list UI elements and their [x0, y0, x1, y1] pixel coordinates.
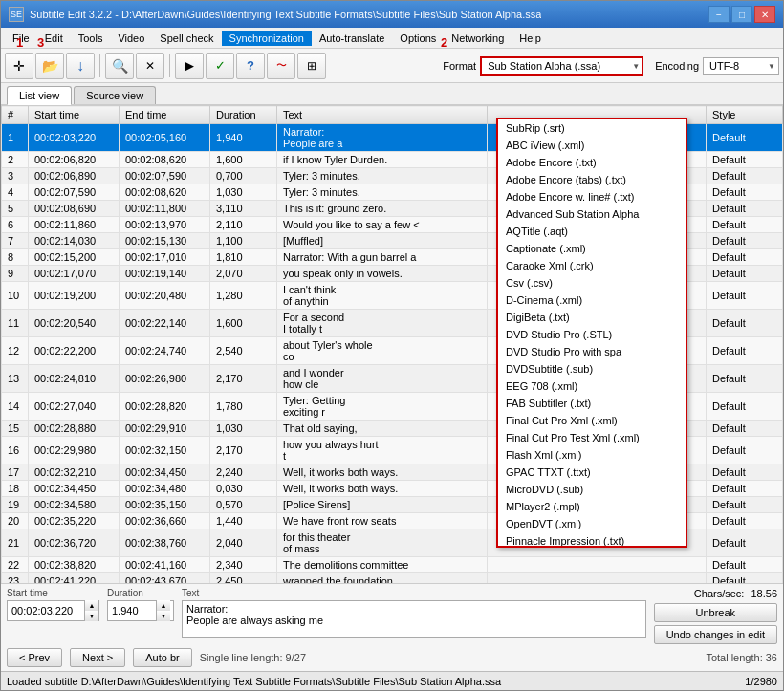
- cell-dur: 1,810: [210, 249, 277, 266]
- menu-help[interactable]: Help: [512, 31, 549, 46]
- cell-text: This is it: ground zero.: [277, 201, 488, 217]
- replace-button[interactable]: ✕: [136, 53, 164, 79]
- cell-dur: 1,280: [210, 282, 277, 310]
- format-select[interactable]: Sub Station Alpha (.ssa) SubRip (.srt) A…: [480, 56, 643, 76]
- dropdown-item[interactable]: Advanced Sub Station Alpha: [498, 205, 686, 223]
- dropdown-item[interactable]: Final Cut Pro Test Xml (.xml): [498, 429, 686, 446]
- cell-num: 18: [2, 481, 29, 497]
- undo-button[interactable]: Undo changes in edit: [654, 625, 777, 644]
- cell-dur: 2,110: [210, 217, 277, 233]
- text-input[interactable]: Narrator: People are always asking me: [182, 600, 646, 638]
- format-label: Format: [443, 60, 476, 72]
- cell-text: Tyler: Gettingexciting r: [277, 393, 488, 421]
- auto-br-button[interactable]: Auto br: [133, 648, 191, 667]
- open-button[interactable]: 📂: [35, 53, 64, 79]
- cell-text: how you always hurtt: [277, 437, 488, 464]
- format-dropdown[interactable]: SubRip (.srt)ABC iView (.xml)Adobe Encor…: [496, 118, 687, 548]
- menu-options[interactable]: Options: [392, 31, 444, 46]
- dropdown-item[interactable]: DVD Studio Pro with spa: [498, 343, 686, 360]
- text-label: Text: [182, 588, 646, 598]
- dropdown-item[interactable]: Pinnacle Impression (.txt): [498, 532, 686, 548]
- menu-tools[interactable]: Tools: [71, 31, 111, 46]
- start-time-input[interactable]: [8, 605, 84, 616]
- dropdown-item[interactable]: ABC iView (.xml): [498, 137, 686, 154]
- dropdown-item[interactable]: Adobe Encore (tabs) (.txt): [498, 171, 686, 188]
- cell-end: 00:02:43,670: [120, 573, 210, 584]
- dropdown-item[interactable]: DVDSubtitle (.sub): [498, 360, 686, 378]
- close-button[interactable]: ✕: [754, 6, 775, 23]
- cell-text: Narrator: With a gun barrel a: [277, 249, 488, 266]
- start-time-spinners: ▲ ▼: [84, 600, 98, 621]
- action-buttons: Unbreak Undo changes in edit: [654, 603, 777, 644]
- dropdown-item[interactable]: Caraoke Xml (.crk): [498, 257, 686, 274]
- settings-button[interactable]: ⊞: [297, 53, 326, 79]
- cell-start: 00:02:15,200: [29, 249, 120, 266]
- minimize-button[interactable]: −: [708, 6, 730, 23]
- waveform-button[interactable]: 〜: [267, 53, 295, 79]
- dropdown-item[interactable]: MPlayer2 (.mpl): [498, 498, 686, 515]
- dropdown-item[interactable]: Final Cut Pro Xml (.xml): [498, 412, 686, 429]
- save-button[interactable]: ↓: [66, 53, 95, 79]
- col-header-end: End time: [120, 106, 210, 124]
- view-tabs: List view Source view: [1, 83, 783, 105]
- dropdown-item[interactable]: Captionate (.xml): [498, 240, 686, 257]
- dropdown-item[interactable]: FAB Subtitler (.txt): [498, 395, 686, 412]
- menu-sync[interactable]: Synchronization: [222, 31, 312, 46]
- table-row[interactable]: 22 00:02:38,820 00:02:41,160 2,340 The d…: [2, 557, 783, 573]
- cell-num: 23: [2, 573, 29, 584]
- help-button[interactable]: ?: [236, 53, 265, 79]
- find-button[interactable]: 🔍: [105, 53, 134, 79]
- dropdown-item[interactable]: DigiBeta (.txt): [498, 309, 686, 326]
- cell-start: 00:02:36,720: [29, 529, 120, 557]
- start-time-up[interactable]: ▲: [85, 600, 98, 611]
- new-button[interactable]: ✛: [5, 53, 33, 79]
- cell-start: 00:02:28,880: [29, 421, 120, 437]
- menu-autotranslate[interactable]: Auto-translate: [312, 31, 392, 46]
- table-row[interactable]: 23 00:02:41,220 00:02:43,670 2,450 wrapp…: [2, 573, 783, 584]
- unbreak-button[interactable]: Unbreak: [654, 603, 777, 622]
- maximize-button[interactable]: □: [731, 6, 752, 23]
- dropdown-item[interactable]: SubRip (.srt): [498, 119, 686, 137]
- cell-num: 22: [2, 557, 29, 573]
- video-button[interactable]: ▶: [175, 53, 204, 79]
- dropdown-item[interactable]: AQTitle (.aqt): [498, 223, 686, 240]
- dropdown-item[interactable]: OpenDVT (.xml): [498, 515, 686, 532]
- cell-num: 12: [2, 337, 29, 365]
- cell-num: 20: [2, 513, 29, 529]
- dropdown-item[interactable]: D-Cinema (.xml): [498, 292, 686, 309]
- tab-list-view[interactable]: List view: [7, 86, 72, 105]
- dropdown-item[interactable]: GPAC TTXT (.ttxt): [498, 464, 686, 481]
- cell-start: 00:02:11,860: [29, 217, 120, 233]
- duration-input[interactable]: [108, 605, 156, 616]
- duration-up[interactable]: ▲: [157, 600, 170, 611]
- cell-style: Default: [707, 168, 783, 184]
- encoding-select[interactable]: UTF-8: [703, 57, 779, 75]
- dropdown-item[interactable]: MicroDVD (.sub): [498, 481, 686, 498]
- cell-end: 00:02:29,910: [120, 421, 210, 437]
- duration-down[interactable]: ▼: [157, 611, 170, 621]
- menu-video[interactable]: Video: [110, 31, 152, 46]
- dropdown-item[interactable]: Csv (.csv): [498, 274, 686, 292]
- next-button[interactable]: Next >: [70, 648, 125, 667]
- cell-style: Default: [707, 513, 783, 529]
- dropdown-item[interactable]: DVD Studio Pro (.STL): [498, 326, 686, 343]
- dropdown-item[interactable]: Adobe Encore (.txt): [498, 154, 686, 171]
- cell-end: 00:02:38,760: [120, 529, 210, 557]
- prev-button[interactable]: < Prev: [7, 648, 62, 667]
- menu-networking[interactable]: Networking: [444, 31, 512, 46]
- cell-dur: 0,030: [210, 481, 277, 497]
- dropdown-item[interactable]: Adobe Encore w. line# (.txt): [498, 188, 686, 205]
- cell-style: Default: [707, 124, 783, 152]
- menu-spellcheck[interactable]: Spell check: [152, 31, 221, 46]
- cell-text: and I wonderhow cle: [277, 365, 488, 393]
- dropdown-item[interactable]: Flash Xml (.xml): [498, 446, 686, 464]
- tab-source-view[interactable]: Source view: [74, 86, 156, 104]
- menu-edit[interactable]: Edit: [37, 31, 71, 46]
- dropdown-item[interactable]: EEG 708 (.xml): [498, 378, 686, 395]
- cell-dur: 3,110: [210, 201, 277, 217]
- menu-file[interactable]: File: [5, 31, 37, 46]
- start-time-down[interactable]: ▼: [85, 611, 98, 621]
- main-content: List view Source view # Start time End t…: [1, 83, 783, 583]
- cell-end: 00:02:08,620: [120, 184, 210, 201]
- spell-button[interactable]: ✓: [206, 53, 234, 79]
